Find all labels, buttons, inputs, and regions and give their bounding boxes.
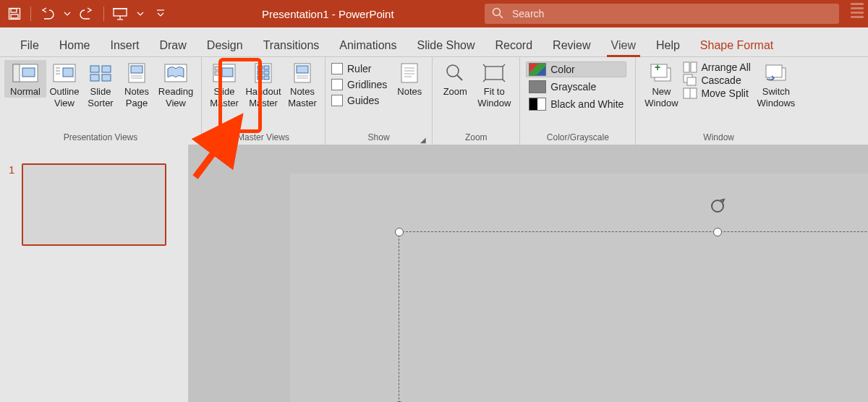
search-box[interactable] [485,4,839,24]
handout-master-button[interactable]: Handout Master [242,60,284,109]
tab-draw[interactable]: Draw [149,33,196,56]
notes-master-icon [289,63,315,83]
svg-rect-28 [215,67,219,70]
search-icon [492,7,503,21]
svg-rect-23 [131,66,142,73]
slideshow-from-beginning-button[interactable] [110,4,130,24]
svg-rect-12 [22,68,35,77]
slide-master-button[interactable]: Slide Master [206,60,242,109]
zoom-button[interactable]: Zoom [437,60,473,98]
svg-point-47 [447,65,459,77]
window-title: Presentation1 - PowerPoint [262,8,394,20]
notes-page-icon [124,63,150,83]
undo-dropdown[interactable] [63,4,72,24]
selected-shape[interactable] [399,231,868,402]
svg-line-9 [500,14,503,18]
svg-rect-1 [11,9,17,12]
slide-canvas[interactable] [189,145,868,402]
fit-to-window-button[interactable]: Fit to Window [473,60,515,109]
show-group-launcher[interactable]: ◢ [420,136,427,144]
svg-rect-21 [102,74,111,81]
black-and-white-button[interactable]: Black and White [526,96,626,112]
tab-record[interactable]: Record [485,33,543,56]
svg-rect-2 [11,14,18,18]
color-button[interactable]: Color [526,61,626,77]
group-zoom: Zoom Fit to Window Zoom [433,57,520,145]
svg-rect-54 [691,62,697,72]
outline-view-icon [51,63,77,83]
tab-home[interactable]: Home [49,33,101,56]
svg-rect-20 [90,74,99,81]
new-window-button[interactable]: + New Window [640,60,682,109]
slide-sorter-button[interactable]: Slide Sorter [82,60,119,109]
svg-rect-18 [90,66,99,72]
slide-sorter-icon [88,63,114,83]
svg-rect-29 [215,72,219,75]
tab-help[interactable]: Help [646,33,690,56]
redo-button[interactable] [77,4,98,24]
svg-rect-53 [684,62,689,72]
normal-view-icon [12,63,38,83]
svg-rect-36 [258,76,263,80]
notes-icon [396,63,422,83]
group-window: + New Window Arrange All Cascade Move Sp… [636,57,801,145]
svg-rect-32 [258,66,263,69]
tab-shape-format[interactable]: Shape Format [690,33,783,56]
group-show: Ruler Gridlines Guides Notes Show ◢ [326,57,433,145]
svg-point-62 [712,200,723,212]
zoom-icon [442,63,468,83]
cascade-button[interactable]: Cascade [682,74,752,86]
tab-transitions[interactable]: Transitions [253,33,330,56]
svg-line-61 [195,134,228,177]
slide[interactable] [290,174,868,402]
window-drag-handle [851,3,864,18]
normal-view-button[interactable]: Normal [4,60,46,98]
reading-view-button[interactable]: Reading View [155,60,197,109]
notes-button[interactable]: Notes [391,60,427,98]
svg-rect-30 [222,68,233,77]
guides-checkbox[interactable]: Guides [331,95,387,106]
outline-view-button[interactable]: Outline View [46,60,82,109]
arrange-all-button[interactable]: Arrange All [682,61,752,73]
slideshow-dropdown[interactable] [136,4,145,24]
switch-windows-button[interactable]: Switch Windows [755,60,797,109]
ruler-checkbox[interactable]: Ruler [331,63,387,74]
notes-page-button[interactable]: Notes Page [119,60,155,109]
search-input[interactable] [511,7,832,20]
slide-thumbnails-pane[interactable]: 1 [0,145,189,402]
notes-master-button[interactable]: Notes Master [284,60,320,109]
group-color-grayscale: Color Grayscale Black and White Color/Gr… [520,57,636,145]
rotate-handle-icon[interactable] [710,198,726,216]
tab-slide-show[interactable]: Slide Show [407,33,485,56]
svg-rect-42 [401,64,417,82]
fit-to-window-icon [481,63,507,83]
tutorial-arrow-icon [188,127,239,184]
svg-rect-49 [485,67,503,80]
svg-rect-19 [102,66,111,72]
tab-file[interactable]: File [10,33,49,56]
switch-windows-icon [763,63,789,83]
tab-animations[interactable]: Animations [329,33,407,56]
move-split-button[interactable]: Move Split [682,87,752,99]
svg-rect-60 [766,65,782,77]
tab-view[interactable]: View [601,33,646,56]
svg-rect-39 [297,66,308,73]
group-presentation-views: Normal Outline View Slide Sorter Notes P… [0,57,202,145]
handout-master-icon [250,63,276,83]
undo-button[interactable] [37,4,57,24]
grayscale-button[interactable]: Grayscale [526,79,626,95]
tab-review[interactable]: Review [542,33,600,56]
save-button[interactable] [4,4,25,24]
new-window-icon: + [648,63,674,83]
gridlines-checkbox[interactable]: Gridlines [331,79,387,90]
svg-point-8 [493,8,501,15]
qat-customize[interactable] [150,4,171,24]
svg-rect-3 [114,9,127,16]
slide-thumbnail-1[interactable]: 1 [0,163,188,246]
svg-text:+: + [655,61,660,73]
tab-design[interactable]: Design [197,33,253,56]
tab-insert[interactable]: Insert [100,33,149,56]
svg-rect-35 [264,71,269,74]
slide-master-icon [211,63,237,83]
svg-rect-37 [264,76,269,80]
